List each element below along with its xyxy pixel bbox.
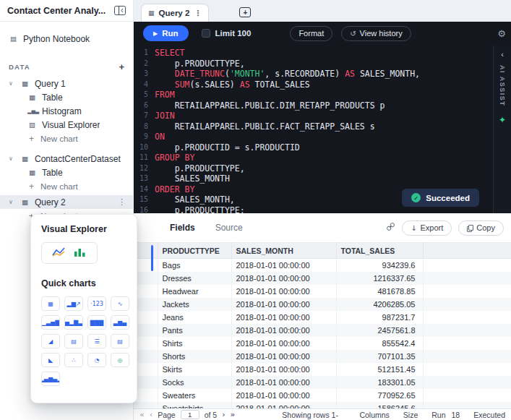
quickchart-bar-horizontal-icon[interactable]: ▤ [64, 334, 83, 348]
code-line[interactable]: FROM [155, 90, 420, 100]
table-row[interactable]: Skirts2018-01-01 00:00:00512151.45 [134, 363, 511, 376]
document-title[interactable]: Contact Center Analy... [7, 6, 114, 16]
tab-fields[interactable]: Fields [170, 223, 195, 233]
table-row[interactable]: Pants2018-01-01 00:00:002457561.8 [134, 324, 511, 337]
quickchart-ascending-bars-icon[interactable]: ▁▃▅▇ [41, 315, 60, 330]
code-line[interactable]: SUM(s.SALES) AS TOTAL_SALES [155, 80, 420, 90]
quickchart-column-alt-icon[interactable]: ▃▆▄ [111, 315, 129, 330]
sidebar-item-python-notebook[interactable]: ▤ Python Notebook [0, 32, 133, 46]
gear-icon[interactable]: ⚙ [497, 28, 506, 39]
run-button[interactable]: ▶ Run [143, 25, 189, 41]
chevron-down-icon[interactable]: ∨ [9, 80, 15, 87]
column-header-sales-month[interactable]: SALES_MONTH [231, 243, 336, 259]
chevron-down-icon[interactable]: ∨ [9, 155, 15, 162]
limit-checkbox[interactable] [202, 29, 210, 38]
code-line[interactable]: GROUP BY [155, 153, 420, 163]
quickchart-donut-icon[interactable]: ◎ [111, 353, 129, 367]
table-row[interactable]: Sweatshirts2018-01-01 00:00:001586245.6 [134, 402, 511, 408]
chevron-left-icon[interactable]: ‹ [501, 50, 504, 59]
table-row[interactable]: Jackets2018-01-01 00:00:004206285.05 [134, 298, 511, 311]
code-line[interactable]: SALES_MONTH [155, 173, 420, 184]
export-button[interactable]: ↓ Export [402, 220, 452, 236]
quickchart-area-icon[interactable]: ◢ [41, 334, 60, 348]
code-line[interactable]: ORDER BY [155, 184, 420, 195]
table-row[interactable]: Headwear2018-01-01 00:00:00481678.85 [134, 285, 511, 298]
table-row[interactable]: Socks2018-01-01 00:00:00183301.05 [134, 376, 511, 389]
code-line[interactable]: SALES_MONTH, [155, 194, 420, 205]
table-row[interactable]: Dresses2018-01-01 00:00:001216337.65 [134, 272, 511, 285]
quickchart-column-icon[interactable]: ▅▂▇▃ [64, 315, 83, 330]
quickchart-table-icon[interactable]: ▦ [41, 296, 60, 311]
tab-source[interactable]: Source [215, 223, 243, 233]
quickchart-area-line-icon[interactable]: ◣ [41, 353, 60, 367]
results-tools: ↓ Export Copy [386, 220, 504, 236]
sidebar-item-query-2[interactable]: ∨ ▦ Query 2 ⋮ [0, 195, 133, 209]
download-icon: ↓ [411, 224, 416, 232]
limit-100-toggle[interactable]: Limit 100 [202, 29, 252, 38]
quickchart-grouped-column-icon[interactable]: ▇▇▇ [87, 315, 106, 330]
quickchart-bar-horizontal-alt-icon[interactable]: ▤ [111, 334, 129, 348]
table-row[interactable]: Shirts2018-01-01 00:00:00855542.4 [134, 337, 511, 350]
page-input[interactable] [181, 410, 199, 419]
kebab-icon[interactable]: ⋮ [118, 197, 126, 207]
sidebar-item-dataset-new-chart[interactable]: + New chart [0, 179, 133, 193]
quickchart-single-value-icon[interactable]: ·123 [87, 296, 106, 311]
size-label[interactable]: Size [403, 411, 418, 419]
quickchart-bar-trend-icon[interactable]: ▂▆↗ [64, 296, 83, 311]
kebab-icon[interactable]: ⋮ [194, 9, 202, 18]
line-number: 16 [134, 205, 148, 214]
last-page-icon[interactable]: » [231, 411, 236, 419]
new-tab-button[interactable]: + [239, 7, 251, 17]
view-history-button[interactable]: ↺ View history [341, 26, 411, 41]
table-row[interactable]: Bags2018-01-01 00:00:00934239.6 [134, 259, 511, 273]
copy-button[interactable]: Copy [458, 220, 504, 236]
app-window: Contact Center Analy... ▦ Query 2 ⋮ + ▤ … [0, 0, 511, 420]
column-header-total-sales[interactable]: TOTAL_SALES [336, 243, 423, 259]
sidebar-item-dataset-table[interactable]: ▦ Table [0, 166, 133, 179]
tab-query-2[interactable]: ▦ Query 2 ⋮ [141, 4, 209, 22]
quickchart-histogram-icon[interactable]: ▂▄▆▄▂ [41, 372, 60, 386]
quickchart-line-icon[interactable]: ∿ [111, 296, 129, 311]
code-line[interactable]: p.PRODUCTTYPE, [155, 163, 420, 174]
table-row[interactable]: Jeans2018-01-01 00:00:00987231.7 [134, 311, 511, 324]
link-icon[interactable] [386, 221, 395, 234]
quickchart-pie-icon[interactable]: ◔ [87, 353, 106, 367]
sidebar-item-query1-visual-explorer[interactable]: ▧ Visual Explorer [0, 118, 133, 132]
chevron-down-icon[interactable]: ∨ [9, 199, 15, 205]
columns-label[interactable]: Columns [359, 411, 389, 419]
scroll-indicator[interactable] [151, 245, 153, 271]
code-line[interactable]: JOIN [155, 111, 420, 121]
next-page-icon[interactable]: › [222, 411, 225, 419]
add-data-icon[interactable]: + [119, 61, 124, 72]
ai-assist-panel[interactable]: ‹ AI ASSIST ✦ [493, 46, 511, 213]
visual-explorer-preview[interactable] [41, 242, 98, 264]
sidebar-item-query1-new-chart[interactable]: + New chart [0, 132, 133, 145]
code-line[interactable]: p.PRODUCTID = s.PRODUCTID [155, 142, 420, 153]
code-line[interactable]: DATE_TRUNC('MONTH', s.RECORDDATE) AS SAL… [155, 69, 420, 80]
code-line[interactable]: p.PRODUCTTYPE; [155, 205, 420, 214]
sidebar-item-contactcenterdataset[interactable]: ∨ ▦ ContactCenterDataset [0, 152, 133, 166]
popup-title: Visual Explorer [41, 224, 127, 234]
code-line[interactable]: SELECT [155, 48, 420, 59]
first-page-icon[interactable]: « [139, 411, 145, 419]
sidebar-item-query1-histogram[interactable]: ▂▅▃ Histogram [0, 104, 133, 118]
column-header-producttype[interactable]: PRODUCTTYPE [158, 243, 231, 259]
code-line[interactable]: RETAILAPPAREL.PUBLIC.FACT_RETAPP_SALES s [155, 121, 420, 132]
sidebar-item-query-1[interactable]: ∨ ▦ Query 1 [0, 77, 133, 90]
previous-page-icon[interactable]: ‹ [150, 411, 153, 419]
code-line[interactable]: RETAILAPPAREL.PUBLIC.DIM_RETAPP_PRODUCTS… [155, 100, 420, 111]
sidebar-item-label: Query 2 [35, 197, 66, 207]
format-button[interactable]: Format [290, 26, 332, 41]
collapse-sidebar-icon[interactable] [114, 6, 126, 15]
line-number: 6 [134, 100, 148, 111]
table-row[interactable]: Shorts2018-01-01 00:00:00707101.35 [134, 350, 511, 363]
code-lines[interactable]: SELECT p.PRODUCTTYPE, DATE_TRUNC('MONTH'… [148, 46, 420, 213]
code-line[interactable]: p.PRODUCTTYPE, [155, 59, 420, 69]
sidebar-item-query1-table[interactable]: ▦ Table [0, 90, 133, 104]
quickchart-scatter-icon[interactable]: ∴ [64, 353, 83, 367]
status-bar-right: Columns Size Run 18 Executed [359, 411, 505, 419]
quickchart-bar-list-icon[interactable]: ☰ [87, 334, 106, 348]
table-row[interactable]: Sweaters2018-01-01 00:00:00770952.65 [134, 389, 511, 402]
ai-assist-sparkle-icon[interactable]: ✦ [499, 115, 506, 125]
code-line[interactable]: ON [155, 132, 420, 142]
